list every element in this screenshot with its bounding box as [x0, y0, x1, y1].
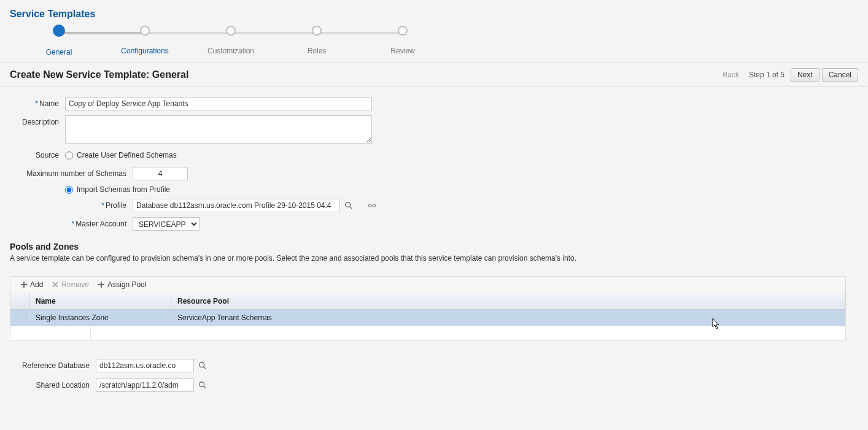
- step-review[interactable]: Review: [372, 26, 433, 55]
- svg-line-12: [204, 367, 206, 369]
- step-customization[interactable]: Customization: [200, 26, 262, 55]
- step-label: Roles: [286, 47, 347, 55]
- page-root: Service Templates General Configurations…: [0, 0, 868, 430]
- pools-table: Add Remove Assign Pool Name Resource Poo…: [10, 276, 846, 340]
- name-input[interactable]: [65, 97, 372, 110]
- pools-description: A service template can be configured to …: [10, 254, 858, 263]
- row-source-import: Import Schemas from Profile: [10, 185, 858, 194]
- step-dot-icon: [398, 26, 408, 36]
- step-label: Customization: [200, 47, 262, 55]
- add-label: Add: [30, 280, 43, 289]
- row-max-schemas: Maximum number of Schemas: [10, 167, 858, 180]
- back-button: Back: [716, 69, 745, 81]
- cancel-button[interactable]: Cancel: [822, 68, 858, 82]
- step-label: Review: [372, 47, 433, 55]
- svg-line-14: [204, 386, 206, 389]
- svg-point-13: [200, 382, 204, 387]
- pools-grid: Name Resource Pool Single Instances Zone…: [10, 293, 845, 326]
- reference-database-input[interactable]: [96, 359, 194, 372]
- header: Service Templates General Configurations…: [0, 0, 868, 61]
- remove-label: Remove: [61, 280, 89, 289]
- step-roles[interactable]: Roles: [286, 26, 347, 55]
- glasses-icon[interactable]: [366, 199, 378, 212]
- step-dot-icon: [53, 25, 65, 37]
- description-input[interactable]: [65, 115, 372, 144]
- max-schemas-input[interactable]: [133, 167, 188, 180]
- x-icon: [52, 281, 59, 288]
- max-schemas-label: Maximum number of Schemas: [10, 169, 133, 178]
- radio-import-input[interactable]: [65, 186, 73, 194]
- svg-point-3: [373, 204, 376, 207]
- assign-pool-button[interactable]: Assign Pool: [98, 280, 146, 289]
- reference-database-label: Reference Database: [10, 361, 96, 370]
- cell-name: Single Instances Zone: [29, 310, 171, 326]
- plus-icon: [98, 281, 105, 288]
- row-name: *Name: [10, 97, 858, 110]
- step-general[interactable]: General: [28, 26, 90, 56]
- search-icon[interactable]: [196, 359, 209, 372]
- remove-button[interactable]: Remove: [52, 280, 89, 289]
- content-scroll[interactable]: *Name Description Source Create User Def…: [0, 92, 858, 430]
- radio-create-label: Create User Defined Schemas: [77, 151, 177, 159]
- svg-point-0: [346, 202, 351, 207]
- add-button[interactable]: Add: [20, 280, 43, 289]
- cell-pool: ServiceApp Tenant Schemas: [171, 310, 845, 326]
- row-master-account: *Master Account SERVICEAPP: [10, 217, 858, 231]
- col-name[interactable]: Name: [29, 293, 171, 310]
- radio-import-profile[interactable]: Import Schemas from Profile: [65, 185, 170, 194]
- svg-point-11: [200, 363, 204, 367]
- step-configurations[interactable]: Configurations: [114, 26, 176, 55]
- radio-import-label: Import Schemas from Profile: [77, 185, 170, 194]
- page-title: Service Templates: [10, 9, 858, 20]
- row-shared-location: Shared Location: [10, 378, 858, 392]
- master-account-select[interactable]: SERVICEAPP: [133, 217, 200, 231]
- titlebar: Create New Service Template: General Bac…: [0, 63, 868, 87]
- assign-label: Assign Pool: [107, 280, 146, 289]
- next-button[interactable]: Next: [791, 68, 820, 82]
- step-dot-icon: [226, 26, 236, 36]
- table-row[interactable]: Single Instances Zone ServiceApp Tenant …: [10, 310, 845, 326]
- row-selector-cell[interactable]: [10, 310, 29, 326]
- pools-toolbar: Add Remove Assign Pool: [10, 277, 845, 293]
- col-resource-pool[interactable]: Resource Pool: [171, 293, 845, 310]
- profile-label: *Profile: [10, 201, 133, 210]
- svg-point-2: [368, 204, 371, 207]
- row-description: Description: [10, 115, 858, 144]
- row-profile: *Profile: [10, 199, 858, 212]
- stepper-track: [58, 32, 846, 34]
- radio-create-schemas[interactable]: Create User Defined Schemas: [65, 151, 177, 159]
- wizard-stepper: General Configurations Customization Rol…: [47, 25, 846, 61]
- grid-footer: [10, 326, 845, 340]
- step-dot-icon: [312, 26, 322, 36]
- radio-create-input[interactable]: [65, 152, 73, 159]
- step-indicator: Step 1 of 5: [749, 71, 785, 79]
- search-icon[interactable]: [343, 199, 355, 212]
- source-label: Source: [10, 148, 65, 162]
- row-selector-header[interactable]: [10, 293, 29, 310]
- row-source: Source Create User Defined Schemas: [10, 148, 858, 162]
- shared-location-label: Shared Location: [10, 381, 96, 390]
- content-title: Create New Service Template: General: [10, 69, 188, 80]
- svg-line-1: [350, 207, 352, 209]
- profile-input[interactable]: [133, 199, 340, 212]
- search-icon[interactable]: [196, 379, 209, 391]
- step-label: General: [28, 48, 90, 56]
- step-dot-icon: [140, 26, 150, 36]
- row-reference-database: Reference Database: [10, 359, 858, 372]
- name-label: *Name: [10, 97, 65, 110]
- master-account-label: *Master Account: [10, 220, 133, 228]
- step-label: Configurations: [114, 47, 176, 55]
- description-label: Description: [10, 115, 65, 129]
- shared-location-input[interactable]: [96, 378, 194, 392]
- pools-title: Pools and Zones: [10, 242, 858, 251]
- plus-icon: [20, 281, 28, 288]
